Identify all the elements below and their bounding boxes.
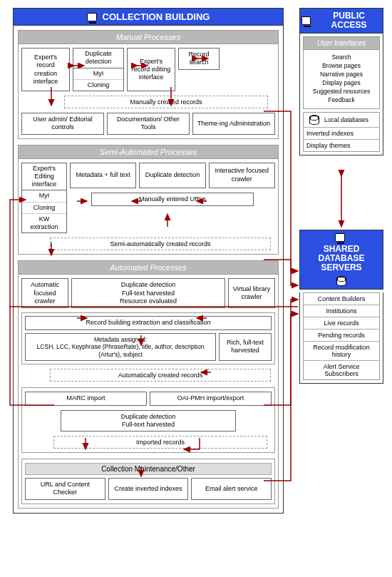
shared-title: SHARED DATABASE SERVERS [299, 230, 383, 290]
record-building: Record building extraction and classific… [25, 316, 272, 330]
live-records: Live records [304, 317, 379, 329]
documentation: Documentation/ Other Tools [107, 113, 190, 135]
email-alert: Email alert service [191, 478, 272, 500]
record-building-group: Record building extraction and classific… [21, 312, 275, 364]
semi-cloning: Cloning [22, 202, 66, 213]
virtual-crawler: Virtual library crawler [228, 278, 275, 308]
semi-editing: Expert's Editing interface [22, 163, 66, 191]
monitor-icon [87, 13, 97, 21]
manual-created-records: Manually created records [64, 96, 268, 108]
suggested: Suggested resources [306, 88, 376, 96]
cloning: Cloning [73, 79, 123, 91]
semi-editing-stack: Expert's Editing interface MyI Cloning K… [21, 163, 67, 234]
shared-list: Content Builders Institutions Live recor… [303, 292, 380, 380]
auto-created-records: Automatically created records [50, 369, 271, 382]
semi-crawler: Interactive focused crawler [209, 163, 275, 188]
database-icon [336, 276, 346, 286]
pa-title-text: PUBLIC ACCESS [316, 11, 381, 30]
public-access-panel: PUBLIC ACCESS User Interfaces Search Bro… [299, 8, 383, 155]
import-group: MARC import OAI-PMH import/export Duplic… [21, 387, 275, 453]
collection-building-panel: COLLECTION BUILDING Manual Processes Exp… [13, 8, 284, 514]
display-themes: Display themes [304, 139, 379, 151]
theming: Theme-ing Administration [192, 113, 275, 135]
myi: MyI [73, 68, 123, 79]
semi-kw: KW extraction [22, 213, 66, 233]
narrative: Narrative pages [306, 71, 376, 79]
semi-dup: Duplicate detection [139, 163, 205, 188]
pending: Pending records [304, 329, 379, 341]
metadata-assigned: Metadata assigned: LCSH, LCC, Keyphrase … [25, 333, 216, 362]
shared-title-text: SHARED DATABASE SERVERS [301, 245, 381, 273]
feedback: Feedback [306, 96, 376, 105]
shared-body: Content Builders Institutions Live recor… [299, 292, 383, 384]
pa-title: PUBLIC ACCESS [299, 8, 383, 34]
display: Display pages [306, 79, 376, 88]
create-indexes: Create inverted indexes [108, 478, 189, 500]
local-db-group: Local databases Inverted indexes Display… [303, 112, 380, 152]
manual-title: Manual Processes [18, 30, 279, 44]
auto-section: Automatic focused crawler Duplicate dete… [18, 275, 279, 508]
alert: Alert Service Subscribers [304, 360, 379, 379]
ui-title: User Interfaces [303, 36, 380, 50]
dup-detect: Duplicate detection [73, 48, 123, 68]
semi-title: Semi-Automated Processes [18, 145, 279, 159]
auto-dup-eval: Duplicate detection Full-text harvested … [71, 278, 225, 308]
ui-list: Search Browse pages Narrative pages Disp… [303, 50, 380, 108]
maint-title: Collection Maintenance/Other [25, 463, 272, 475]
rich-fulltext: Rich, full-text harvested [219, 333, 272, 362]
manual-section: Expert's record creation interface Dupli… [18, 44, 279, 139]
monitor-icon [301, 16, 311, 25]
record-search: Record search [178, 48, 220, 70]
local-db: Local databases [324, 116, 368, 123]
browse: Browse pages [306, 62, 376, 71]
auto-crawler: Automatic focused crawler [21, 278, 68, 308]
semi-section: Expert's Editing interface MyI Cloning K… [18, 159, 279, 255]
history: Record modification history [304, 341, 379, 360]
auto-title: Automated Processes [18, 260, 279, 275]
monitor-icon [335, 233, 345, 242]
url-checker: URL and Content Checker [25, 478, 105, 500]
shared-db-panel: SHARED DATABASE SERVERS Content Builders… [299, 230, 383, 384]
inverted-indexes: Inverted indexes [304, 127, 379, 139]
marc: MARC import [25, 392, 147, 405]
content-builders: Content Builders [304, 293, 379, 305]
semi-created-records: Semi-automatically created records [50, 238, 271, 250]
semi-metadata: Metadata + full text [70, 163, 136, 188]
maintenance-group: Collection Maintenance/Other URL and Con… [21, 459, 275, 504]
search: Search [306, 53, 376, 62]
user-admin: User admin/ Editorial controls [21, 113, 104, 135]
cb-title-text: COLLECTION BUILDING [103, 11, 210, 22]
collection-building-title: COLLECTION BUILDING [13, 8, 284, 26]
dup-fulltext: Duplicate detection Full-text harvested [61, 410, 236, 432]
institutions: Institutions [304, 305, 379, 317]
cb-body: Manual Processes Expert's record creatio… [13, 26, 284, 514]
editing-iface: Expert's record editing interface [127, 48, 175, 91]
semi-urls: Manually entered URLs [91, 193, 254, 206]
imported-records: Imported records [53, 436, 267, 449]
database-icon [309, 115, 319, 125]
pa-body: User Interfaces Search Browse pages Narr… [299, 34, 383, 155]
oai: OAI-PMH import/export [150, 392, 272, 405]
creation-iface: Expert's record creation interface [21, 48, 70, 91]
semi-myi: MyI [22, 190, 66, 201]
dup-detect-stack: Duplicate detection MyI Cloning [73, 48, 124, 91]
